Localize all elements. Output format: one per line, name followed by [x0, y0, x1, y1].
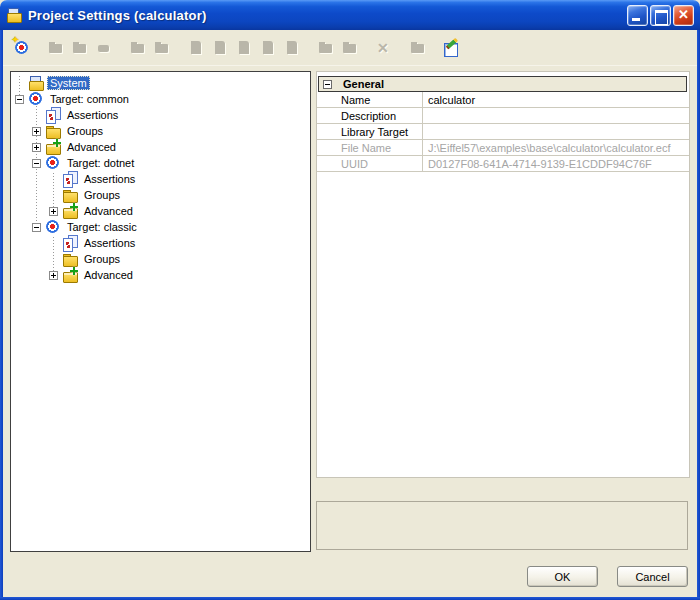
- new-external-library-button[interactable]: [256, 36, 280, 60]
- tree-item-assertions[interactable]: Assertions: [11, 171, 310, 187]
- tree-item-label[interactable]: Assertions: [81, 172, 138, 186]
- new-library-icon: [48, 40, 64, 56]
- tree-item-target-common[interactable]: Target: common: [11, 91, 310, 107]
- folder-icon: [62, 251, 78, 267]
- new-precompile-button[interactable]: [92, 36, 116, 60]
- window-title: Project Settings (calculator): [28, 8, 206, 23]
- new-external-include-button[interactable]: [208, 36, 232, 60]
- tree-item-label[interactable]: Target: common: [47, 92, 132, 106]
- tree-item-label[interactable]: System: [47, 76, 90, 90]
- property-label: Library Target: [317, 126, 422, 138]
- property-grid: NamecalculatorDescriptionLibrary TargetF…: [317, 92, 689, 172]
- expand-icon[interactable]: [49, 207, 58, 216]
- remove-button[interactable]: [372, 36, 396, 60]
- tree-item-target-classic[interactable]: Target: classic: [11, 219, 310, 235]
- expand-icon[interactable]: [49, 271, 58, 280]
- tree-item-label[interactable]: Assertions: [81, 236, 138, 250]
- new-cluster-button[interactable]: [126, 36, 150, 60]
- property-row-description: Description: [317, 108, 689, 124]
- new-external-object-icon: [236, 40, 252, 56]
- tree-item-groups[interactable]: Groups: [11, 123, 310, 139]
- tree-item-label[interactable]: Groups: [81, 252, 123, 266]
- property-value[interactable]: [422, 124, 689, 139]
- section-title: General: [343, 78, 384, 90]
- collapse-section-icon[interactable]: [323, 80, 332, 89]
- new-assembly-button[interactable]: [68, 36, 92, 60]
- assertions-icon: [62, 235, 78, 251]
- new-postcompile-task-button[interactable]: [338, 36, 362, 60]
- minimize-button[interactable]: [627, 5, 648, 26]
- ok-button[interactable]: OK: [527, 566, 598, 587]
- tree-item-label[interactable]: Target: dotnet: [64, 156, 137, 170]
- tree-item-label[interactable]: Advanced: [64, 140, 119, 154]
- advanced-icon: [45, 139, 61, 155]
- tree-item-groups[interactable]: Groups: [11, 187, 310, 203]
- maximize-button[interactable]: [650, 5, 671, 26]
- tree-item-groups[interactable]: Groups: [11, 251, 310, 267]
- property-row-uuid: UUIDD0127F08-641A-4714-9139-E1CDDF94C76F: [317, 156, 689, 172]
- edit-configuration-button[interactable]: [440, 36, 464, 60]
- assertions-icon: [62, 171, 78, 187]
- new-external-object-button[interactable]: [232, 36, 256, 60]
- new-assembly-icon: [72, 40, 88, 56]
- cancel-button[interactable]: Cancel: [617, 566, 688, 587]
- assertions-icon: [45, 107, 61, 123]
- tree-item-label[interactable]: Groups: [64, 124, 106, 138]
- property-value[interactable]: [422, 108, 689, 123]
- expand-icon[interactable]: [32, 143, 41, 152]
- new-precompile-task-icon: [318, 40, 334, 56]
- tree-item-label[interactable]: Target: classic: [64, 220, 140, 234]
- tree-item-advanced[interactable]: Advanced: [11, 139, 310, 155]
- settings-tree-panel: SystemTarget: commonAssertionsGroupsAdva…: [10, 71, 311, 552]
- property-value: D0127F08-641A-4714-9139-E1CDDF94C76F: [422, 156, 689, 171]
- target-icon: [45, 219, 61, 235]
- tree-item-label[interactable]: Advanced: [81, 204, 136, 218]
- new-override-button[interactable]: [150, 36, 174, 60]
- tree-item-target-dotnet[interactable]: Target: dotnet: [11, 155, 310, 171]
- property-label: Description: [317, 110, 422, 122]
- remove-x-icon: [376, 40, 392, 56]
- property-value[interactable]: calculator: [422, 92, 689, 107]
- tree-item-assertions[interactable]: Assertions: [11, 107, 310, 123]
- new-override-icon: [154, 40, 170, 56]
- new-variable-button[interactable]: [406, 36, 430, 60]
- property-label: UUID: [317, 158, 422, 170]
- new-file-rule-button[interactable]: [184, 36, 208, 60]
- new-cluster-icon: [130, 40, 146, 56]
- new-precompile-task-button[interactable]: [314, 36, 338, 60]
- tree-item-system[interactable]: System: [11, 75, 310, 91]
- new-postcompile-task-icon: [342, 40, 358, 56]
- system-icon: [28, 75, 44, 91]
- close-button[interactable]: [673, 5, 694, 26]
- property-label: Name: [317, 94, 422, 106]
- tree-item-label[interactable]: Advanced: [81, 268, 136, 282]
- new-library-button[interactable]: [44, 36, 68, 60]
- folder-icon: [62, 187, 78, 203]
- collapse-icon[interactable]: [15, 95, 24, 104]
- collapse-icon[interactable]: [32, 159, 41, 168]
- toolbar: [3, 30, 697, 66]
- new-precompile-icon: [96, 40, 112, 56]
- property-label: File Name: [317, 142, 422, 154]
- collapse-icon[interactable]: [32, 223, 41, 232]
- tree-item-label[interactable]: Assertions: [64, 108, 121, 122]
- titlebar[interactable]: Project Settings (calculator): [0, 0, 700, 30]
- advanced-icon: [62, 203, 78, 219]
- section-header-general[interactable]: General: [318, 76, 687, 92]
- advanced-icon: [62, 267, 78, 283]
- tree-item-advanced[interactable]: Advanced: [11, 203, 310, 219]
- target-icon: [45, 155, 61, 171]
- new-external-make-button[interactable]: [280, 36, 304, 60]
- dialog-body: SystemTarget: commonAssertionsGroupsAdva…: [3, 66, 697, 597]
- tree-item-advanced[interactable]: Advanced: [11, 267, 310, 283]
- expand-icon[interactable]: [32, 127, 41, 136]
- new-target-button[interactable]: [10, 36, 34, 60]
- window-controls: [627, 5, 694, 26]
- new-variable-icon: [410, 40, 426, 56]
- property-row-name: Namecalculator: [317, 92, 689, 108]
- target-icon: [28, 91, 44, 107]
- tree-item-assertions[interactable]: Assertions: [11, 235, 310, 251]
- folder-icon: [45, 123, 61, 139]
- edit-pencil-icon: [444, 40, 460, 56]
- tree-item-label[interactable]: Groups: [81, 188, 123, 202]
